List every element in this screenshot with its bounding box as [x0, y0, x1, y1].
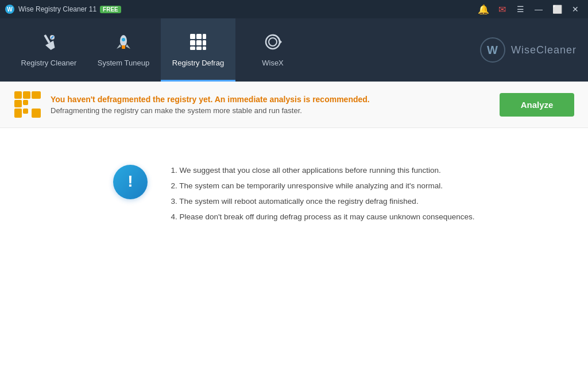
title-bar: W Wise Registry Cleaner 11 FREE 🔔 ✉ ☰ — … [0, 0, 588, 18]
svg-rect-2 [44, 34, 50, 43]
tab-wisex[interactable]: WiseX [235, 18, 310, 82]
info-circle-icon: ! [113, 165, 148, 199]
wisex-icon [262, 32, 283, 55]
tab-wisex-label: WiseX [262, 59, 284, 67]
info-section: ! 1. We suggest that you close all other… [0, 128, 588, 259]
svg-rect-19 [203, 47, 206, 50]
info-icon-area: ! [113, 165, 148, 199]
title-bar-controls: 🔔 ✉ ☰ — ⬜ ✕ [475, 3, 583, 16]
svg-rect-17 [190, 47, 195, 50]
banner-icon [14, 91, 41, 118]
tab-registry-cleaner[interactable]: Registry Cleaner [11, 18, 86, 82]
svg-text:!: ! [128, 172, 133, 190]
svg-marker-22 [280, 40, 282, 44]
registry-cleaner-icon [38, 32, 59, 55]
svg-rect-29 [23, 109, 28, 114]
banner-title: You haven't defragmented the registry ye… [51, 95, 490, 104]
list-item: 3. The system will reboot automatically … [171, 194, 474, 209]
nav-bar: Registry Cleaner System Tuneup [0, 18, 588, 82]
svg-rect-23 [14, 91, 22, 99]
svg-rect-10 [122, 45, 125, 49]
close-button[interactable]: ✕ [567, 3, 583, 16]
svg-rect-28 [14, 109, 22, 118]
tab-registry-defrag[interactable]: Registry Defrag [161, 18, 235, 82]
app-logo-icon: W [5, 4, 15, 14]
svg-rect-27 [23, 100, 28, 105]
info-list: 1. We suggest that you close all other a… [171, 162, 474, 225]
svg-point-21 [269, 38, 277, 46]
mail-button[interactable]: ✉ [494, 3, 510, 16]
nav-tabs: Registry Cleaner System Tuneup [11, 18, 310, 82]
svg-rect-11 [190, 34, 195, 39]
title-bar-left: W Wise Registry Cleaner 11 FREE [5, 4, 121, 14]
banner-text: You haven't defragmented the registry ye… [51, 95, 490, 115]
tab-system-tuneup[interactable]: System Tuneup [86, 18, 161, 82]
svg-rect-18 [196, 47, 202, 50]
minimize-button[interactable]: — [531, 3, 547, 16]
wise-logo-circle: W [480, 37, 505, 63]
content-area: You haven't defragmented the registry ye… [0, 82, 588, 387]
svg-rect-16 [203, 40, 206, 45]
info-banner: You haven't defragmented the registry ye… [0, 82, 588, 128]
svg-marker-7 [117, 44, 121, 49]
system-tuneup-icon [113, 32, 134, 55]
svg-rect-24 [23, 91, 30, 99]
app-title: Wise Registry Cleaner 11 [18, 5, 96, 13]
svg-marker-3 [45, 40, 57, 51]
svg-rect-25 [32, 91, 41, 99]
tab-registry-defrag-label: Registry Defrag [172, 59, 224, 67]
svg-rect-12 [196, 34, 202, 39]
svg-point-9 [122, 38, 125, 41]
registry-defrag-icon [188, 32, 208, 55]
tab-registry-cleaner-label: Registry Cleaner [21, 59, 77, 67]
list-item: 2. The system can be temporarily unrespo… [171, 178, 474, 194]
svg-rect-15 [196, 40, 202, 45]
banner-subtitle: Defragmenting the registry can make the … [51, 106, 490, 115]
analyze-button[interactable]: Analyze [500, 93, 574, 117]
free-badge: FREE [100, 6, 121, 13]
list-item: 1. We suggest that you close all other a… [171, 162, 474, 178]
tab-system-tuneup-label: System Tuneup [98, 59, 149, 67]
brand-name: WiseCleaner [511, 44, 577, 56]
svg-text:W: W [7, 6, 13, 13]
notification-button[interactable]: 🔔 [475, 3, 492, 16]
menu-button[interactable]: ☰ [512, 3, 528, 16]
svg-rect-13 [203, 34, 206, 39]
svg-rect-26 [14, 100, 22, 107]
svg-rect-30 [32, 109, 41, 118]
list-item: 4. Please don't break off during defrag … [171, 209, 474, 225]
maximize-button[interactable]: ⬜ [549, 3, 565, 16]
wisecleaner-brand: W WiseCleaner [480, 37, 577, 63]
svg-rect-14 [190, 40, 195, 45]
svg-marker-8 [126, 44, 130, 49]
